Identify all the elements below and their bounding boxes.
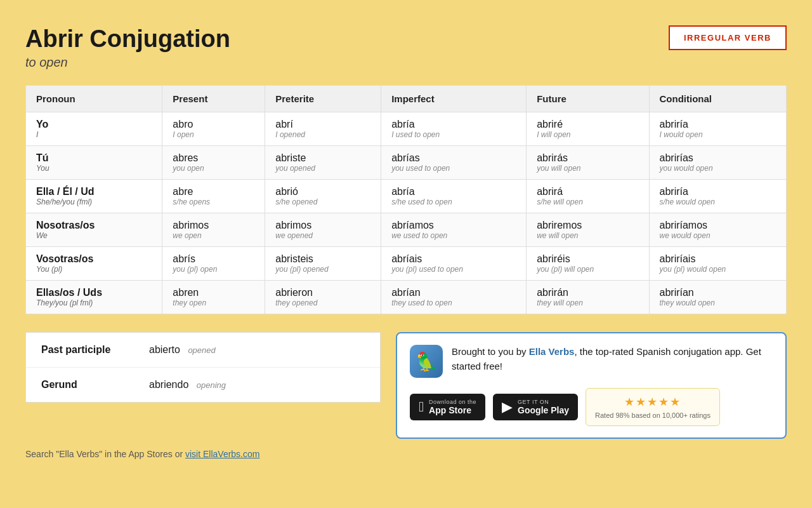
table-cell: abriríanthey would open [649, 281, 786, 314]
search-footer: Search "Ella Verbs" in the App Stores or… [25, 449, 787, 459]
table-cell: abrimoswe open [162, 213, 265, 247]
cell-sub: you (pl) would open [660, 265, 776, 274]
cell-sub: we used to open [391, 231, 516, 240]
app-store-text: Download on the App Store [429, 399, 476, 415]
app-store-button[interactable]:  Download on the App Store [410, 394, 485, 420]
cell-main: abrirán [537, 287, 638, 298]
past-participle-form: abierto [149, 344, 180, 355]
table-cell: abríaI used to open [381, 112, 527, 146]
cell-main: abrirás [537, 152, 638, 164]
footer-link[interactable]: visit EllaVerbs.com [185, 449, 259, 459]
page-subtitle: to open [25, 55, 230, 70]
table-cell: abriríaisyou (pl) would open [649, 247, 786, 281]
cell-sub: they used to open [391, 298, 516, 307]
table-cell: abres/he opens [162, 180, 265, 213]
table-row: Vosotras/osYou (pl)abrísyou (pl) openabr… [26, 247, 787, 281]
cell-main: abrió [275, 186, 370, 197]
cell-sub: I used to open [391, 130, 516, 139]
table-row: Nosotras/osWeabrimoswe openabrimoswe ope… [26, 213, 787, 247]
table-cell: abriríamoswe would open [649, 213, 786, 247]
cell-sub: they will open [537, 298, 638, 307]
table-cell: abríamoswe used to open [381, 213, 527, 247]
rating-text: Rated 98% based on 10,000+ ratings [595, 411, 710, 419]
cell-main: abrieron [275, 287, 370, 298]
cell-main: abriré [537, 119, 638, 130]
cell-main: abriría [660, 119, 776, 130]
past-participle-row: Past participle abierto opened [26, 333, 380, 368]
google-play-button[interactable]: ▶ GET IT ON Google Play [493, 394, 578, 420]
cell-sub: you used to open [391, 164, 516, 173]
cell-sub: we will open [537, 231, 638, 240]
rating-box: ★★★★★ Rated 98% based on 10,000+ ratings [586, 388, 720, 426]
table-cell: abriríasyou would open [649, 146, 786, 180]
cell-main: abre [173, 186, 254, 197]
google-play-text: GET IT ON Google Play [518, 399, 569, 415]
col-conditional: Conditional [649, 86, 786, 112]
cell-sub: we would open [660, 231, 776, 240]
irregular-badge: IRREGULAR VERB [669, 25, 787, 50]
table-row: Ellas/os / UdsThey/you (pl fml)abrenthey… [26, 281, 787, 314]
cell-sub: We [36, 231, 152, 240]
cell-main: abrían [391, 287, 516, 298]
table-row: TúYouabresyou openabristeyou openedabría… [26, 146, 787, 180]
title-rest: Conjugation [83, 25, 230, 52]
past-participle-value: abierto opened [149, 344, 216, 356]
cell-sub: You (pl) [36, 265, 152, 274]
google-play-big-label: Google Play [518, 405, 569, 415]
promo-text: Brought to you by Ella Verbs, the top-ra… [452, 345, 773, 373]
cell-sub: you open [173, 164, 254, 173]
cell-main: abría [391, 119, 516, 130]
title-block: Abrir Conjugation to open [25, 25, 230, 70]
cell-main: abriste [275, 152, 370, 164]
cell-sub: s/he used to open [391, 197, 516, 206]
table-cell: abresyou open [162, 146, 265, 180]
cell-sub: I would open [660, 130, 776, 139]
cell-main: abrías [391, 152, 516, 164]
cell-main: Ellas/os / Uds [36, 287, 152, 298]
table-row: Ella / Él / UdShe/he/you (fml)abres/he o… [26, 180, 787, 213]
cell-main: Nosotras/os [36, 220, 152, 231]
table-row: YoIabroI openabríI openedabríaI used to … [26, 112, 787, 146]
participle-box: Past participle abierto opened Gerund ab… [25, 332, 381, 403]
cell-sub: you (pl) open [173, 265, 254, 274]
table-cell: abriós/he opened [265, 180, 381, 213]
cell-sub: You [36, 164, 152, 173]
cell-sub: you will open [537, 164, 638, 173]
bottom-section: Past participle abierto opened Gerund ab… [25, 332, 787, 439]
cell-main: abríamos [391, 220, 516, 231]
cell-main: abriríamos [660, 220, 776, 231]
cell-main: abres [173, 152, 254, 164]
promo-text-before: Brought to you by [452, 346, 529, 357]
cell-sub: we opened [275, 231, 370, 240]
cell-main: Yo [36, 119, 152, 130]
cell-main: abriremos [537, 220, 638, 231]
promo-bottom:  Download on the App Store ▶ GET IT ON … [410, 388, 773, 426]
apple-icon:  [419, 399, 424, 415]
cell-sub: They/you (pl fml) [36, 298, 152, 307]
cell-main: abro [173, 119, 254, 130]
table-header-row: Pronoun Present Preterite Imperfect Futu… [26, 86, 787, 112]
gerund-sub: opening [197, 380, 226, 390]
col-pronoun: Pronoun [26, 86, 162, 112]
cell-sub: She/he/you (fml) [36, 197, 152, 206]
footer-text: Search "Ella Verbs" in the App Stores or [25, 449, 185, 459]
cell-main: abrirían [660, 287, 776, 298]
cell-sub: you would open [660, 164, 776, 173]
table-cell: abrimoswe opened [265, 213, 381, 247]
cell-main: Ella / Él / Ud [36, 186, 152, 197]
promo-top: 🦜 Brought to you by Ella Verbs, the top-… [410, 345, 773, 378]
col-future: Future [527, 86, 649, 112]
cell-main: abren [173, 287, 254, 298]
past-participle-sub: opened [188, 345, 215, 355]
table-cell: abriránthey will open [527, 281, 649, 314]
table-cell: abríanthey used to open [381, 281, 527, 314]
table-cell: abrieronthey opened [265, 281, 381, 314]
cell-sub: we open [173, 231, 254, 240]
table-cell: abrías/he used to open [381, 180, 527, 213]
star-rating: ★★★★★ [624, 395, 681, 409]
ella-verbs-link[interactable]: Ella Verbs [529, 346, 575, 357]
cell-sub: you (pl) opened [275, 265, 370, 274]
gerund-label: Gerund [41, 379, 149, 391]
past-participle-label: Past participle [41, 344, 149, 356]
table-cell: abristeisyou (pl) opened [265, 247, 381, 281]
